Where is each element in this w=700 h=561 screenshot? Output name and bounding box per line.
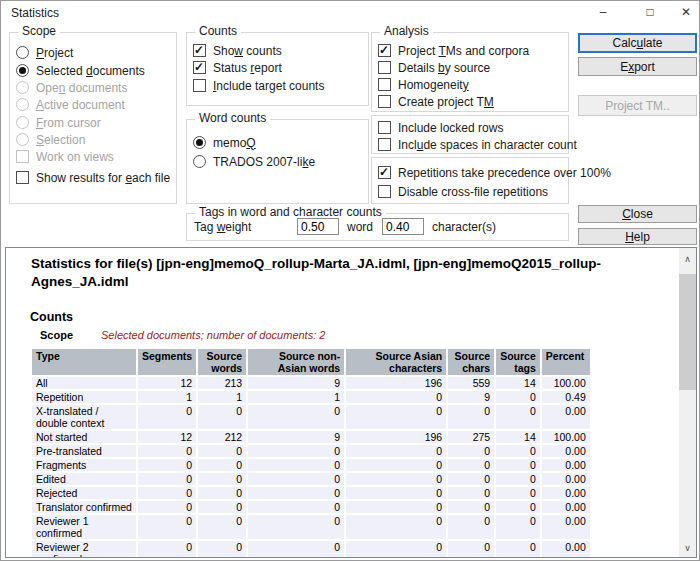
table-row: Repetition1110900.49 (32, 391, 590, 403)
checkbox-include-spaces[interactable]: Include spaces in character count (378, 137, 577, 152)
locked-rows-group: Include locked rows Include spaces in ch… (371, 115, 569, 154)
checkbox-disable-cross-file-repetitions[interactable]: Disable cross-file repetitions (378, 184, 548, 199)
scroll-up-icon[interactable]: ∧ (679, 251, 696, 268)
close-icon[interactable]: ✕ (670, 1, 700, 24)
checkbox-show-counts[interactable]: Show counts (193, 43, 282, 58)
counts-group-caption: Counts (195, 24, 241, 38)
radio-icon (193, 136, 206, 149)
help-button[interactable]: Help (578, 228, 697, 245)
tag-weight-word-input[interactable] (297, 218, 339, 235)
checkbox-icon (378, 121, 391, 134)
radio-active-document: Active document (16, 97, 125, 112)
col-type: Type (32, 349, 136, 375)
table-row: All12213919655914100.00 (32, 377, 590, 389)
checkbox-icon (16, 150, 29, 163)
checkbox-homogeneity[interactable]: Homogeneity (378, 77, 469, 92)
col-source-asian-characters: Source Asian characters (346, 349, 446, 375)
radio-selected-documents[interactable]: Selected documents (16, 63, 145, 78)
checkbox-icon (378, 185, 391, 198)
checkbox-icon (193, 61, 206, 74)
scope-group-caption: Scope (18, 24, 60, 38)
radio-icon (16, 46, 29, 59)
checkbox-icon (16, 171, 29, 184)
checkbox-create-project-tm[interactable]: Create project TM (378, 94, 494, 109)
word-counts-group-caption: Word counts (195, 111, 270, 125)
radio-from-cursor: From cursor (16, 115, 101, 130)
checkbox-icon (378, 61, 391, 74)
checkbox-details-by-source[interactable]: Details by source (378, 60, 490, 75)
char-unit-label: character(s) (432, 220, 496, 234)
statistics-dialog: Statistics – □ ✕ Scope Project Selected … (0, 0, 700, 561)
tags-group-caption: Tags in word and character counts (195, 205, 386, 219)
close-button[interactable]: Close (578, 205, 697, 223)
checkbox-icon (193, 44, 206, 57)
checkbox-icon (378, 166, 391, 179)
checkbox-work-on-views: Work on views (16, 149, 114, 164)
radio-icon (16, 81, 29, 94)
table-row: Translator confirmed0000000.00 (32, 501, 590, 513)
col-source-tags: Source tags (496, 349, 540, 375)
results-scrollbar[interactable]: ∧ ∨ (679, 248, 696, 557)
checkbox-include-locked-rows[interactable]: Include locked rows (378, 120, 503, 135)
radio-project[interactable]: Project (16, 45, 73, 60)
checkbox-status-report[interactable]: Status report (193, 60, 282, 75)
scrollbar-thumb[interactable] (679, 274, 696, 390)
table-row: Reviewer 1 confirmed0000000.00 (32, 515, 590, 539)
table-row: X-translated / double context0000000.00 (32, 405, 590, 429)
project-tm-button: Project TM.. (578, 95, 697, 116)
export-button[interactable]: Export (578, 57, 697, 76)
tag-weight-char-input[interactable] (382, 218, 424, 235)
col-source-non-asian-words: Source non-Asian words (248, 349, 344, 375)
table-row: Fragments0000000.00 (32, 459, 590, 471)
radio-icon (16, 133, 29, 146)
minimize-icon[interactable]: – (587, 1, 619, 24)
checkbox-icon (378, 44, 391, 57)
col-percent: Percent (542, 349, 590, 375)
results-title: Statistics for file(s) [jpn-eng]memoQ_ro… (31, 255, 676, 291)
radio-trados-2007-like[interactable]: TRADOS 2007-like (193, 154, 315, 169)
table-row: Edited0000000.00 (32, 473, 590, 485)
scroll-down-icon[interactable]: ∨ (679, 540, 696, 557)
checkbox-repetitions-precedence[interactable]: Repetitions take precedence over 100% (378, 165, 611, 180)
scope-row-label: Scope (40, 329, 73, 341)
checkbox-icon (193, 79, 206, 92)
analysis-group-caption: Analysis (380, 24, 433, 38)
scope-group: Scope Project Selected documents Open do… (9, 32, 177, 204)
calculate-button[interactable]: Calculate (578, 33, 697, 53)
checkbox-show-results-each-file[interactable]: Show results for each file (16, 170, 170, 185)
tag-weight-label: Tag weight (194, 220, 251, 234)
counts-section-heading: Counts (30, 310, 73, 324)
checkbox-icon (378, 78, 391, 91)
results-panel: Statistics for file(s) [jpn-eng]memoQ_ro… (5, 247, 697, 558)
table-row: Rejected0000000.00 (32, 487, 590, 499)
radio-open-documents: Open documents (16, 80, 127, 95)
table-row: Pre-translated0000000.00 (32, 445, 590, 457)
checkbox-include-target-counts[interactable]: Include target counts (193, 78, 324, 93)
scope-row-value: Selected documents; number of documents:… (101, 329, 325, 341)
analysis-group: Analysis Project TMs and corpora Details… (371, 32, 569, 112)
radio-icon (16, 116, 29, 129)
col-source-words: Source words (198, 349, 246, 375)
radio-memoq[interactable]: memoQ (193, 135, 256, 150)
counts-table: Type Segments Source words Source non-As… (30, 347, 592, 558)
checkbox-icon (378, 138, 391, 151)
title-bar: Statistics – □ ✕ (1, 1, 699, 25)
checkbox-project-tms-corpora[interactable]: Project TMs and corpora (378, 43, 529, 58)
window-title: Statistics (11, 6, 59, 20)
checkbox-icon (378, 95, 391, 108)
tags-group: Tags in word and character counts Tag we… (186, 213, 569, 241)
radio-icon (16, 98, 29, 111)
table-row: Reviewer 2 confirmed0000000.00 (32, 541, 590, 558)
table-header-row: Type Segments Source words Source non-As… (32, 349, 590, 375)
maximize-icon[interactable]: □ (634, 1, 666, 24)
radio-selection: Selection (16, 132, 85, 147)
col-segments: Segments (138, 349, 196, 375)
col-source-chars: Source chars (448, 349, 494, 375)
counts-group: Counts Show counts Status report Include… (186, 32, 369, 106)
word-counts-group: Word counts memoQ TRADOS 2007-like (186, 119, 369, 204)
word-unit-label: word (347, 220, 373, 234)
table-row: Not started12212919627514100.00 (32, 431, 590, 443)
radio-icon (193, 155, 206, 168)
radio-icon (16, 64, 29, 77)
repetitions-group: Repetitions take precedence over 100% Di… (371, 157, 569, 204)
